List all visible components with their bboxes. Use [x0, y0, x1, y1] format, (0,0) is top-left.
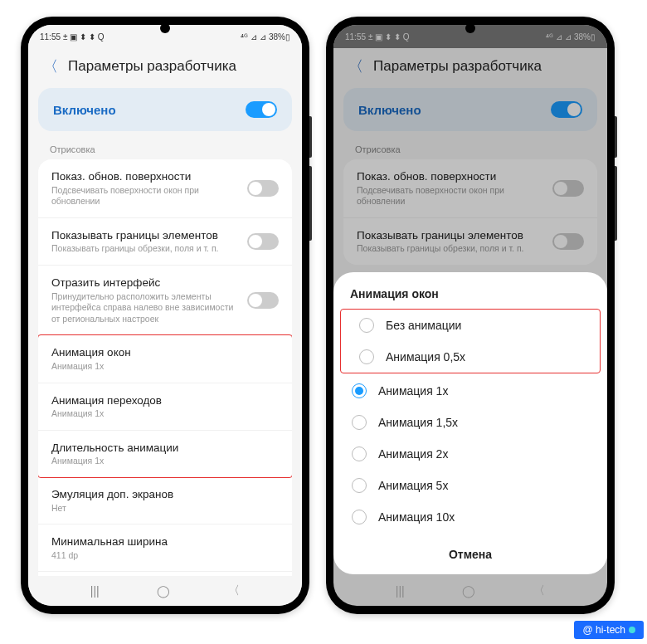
enable-switch [551, 101, 582, 118]
back-icon: 〈 [348, 56, 363, 76]
radio-icon [352, 446, 367, 461]
nav-back-icon[interactable]: 〈 [228, 583, 240, 598]
item-surface-updates[interactable]: Показ. обнов. поверхности Подсвечивать п… [38, 159, 292, 218]
header: 〈 Параметры разработчика [28, 48, 302, 88]
item-sub: Подсвечивать поверхности окон при обновл… [51, 185, 239, 207]
section-rendering-label: Отрисовка [333, 138, 607, 159]
settings-list: Показ. обнов. поверхности Подсвечивать п… [38, 159, 292, 576]
nav-bar: ||| ◯ 〈 [28, 576, 302, 606]
item-sub: Анимация 1x [51, 361, 279, 373]
item-sub: Анимация 1x [51, 408, 279, 420]
item-rtl[interactable]: Отразить интерфейс Принудительно располо… [38, 266, 292, 335]
item-sub: Показывать границы обрезки, поля и т. п. [51, 243, 239, 255]
radio-label: Анимация 2x [378, 447, 448, 461]
dialog-cancel-button[interactable]: Отмена [333, 533, 607, 574]
item-layout-bounds[interactable]: Показывать границы элементов Показывать … [38, 218, 292, 266]
status-signal-icons: ⁴ᴳ ⊿ ⊿ [546, 32, 572, 41]
animation-dialog: Анимация окон Без анимации Анимация 0,5x… [333, 272, 607, 574]
watermark-text: @ hi-tech [582, 624, 625, 636]
toggle-switch[interactable] [247, 233, 279, 250]
status-time: 11:55 [40, 32, 61, 41]
item-title: Эмуляция доп. экранов [51, 487, 279, 502]
enable-switch[interactable] [246, 101, 277, 118]
radio-option-0-5x[interactable]: Анимация 0,5x [341, 341, 600, 373]
item-title: Анимация переходов [51, 393, 279, 408]
phone-side-button [309, 116, 312, 158]
radio-label: Анимация 10x [378, 510, 455, 524]
status-signal-icons: ⁴ᴳ ⊿ ⊿ [241, 32, 266, 41]
highlight-animation-rows: Анимация окон Анимация 1x Анимация перех… [38, 334, 292, 478]
page-title: Параметры разработчика [68, 58, 236, 75]
item-sub: 411 dp [51, 550, 279, 562]
radio-icon [359, 318, 374, 333]
page-title: Параметры разработчика [373, 58, 542, 75]
item-sub: Принудительно расположить элементы интер… [51, 291, 239, 325]
radio-option-1x[interactable]: Анимация 1x [333, 375, 607, 407]
radio-icon [352, 415, 367, 430]
radio-icon-checked [352, 383, 367, 398]
toggle-switch[interactable] [247, 180, 279, 197]
highlight-fast-options: Без анимации Анимация 0,5x [340, 309, 601, 373]
status-battery: 38%▯ [574, 32, 596, 41]
phone-side-button [615, 166, 617, 241]
camera-hole [160, 23, 170, 33]
phone-side-button [309, 166, 312, 241]
watermark-dot-icon [629, 627, 635, 633]
item-anim-duration[interactable]: Длительность анимации Анимация 1x [38, 431, 292, 477]
radio-label: Без анимации [386, 319, 461, 332]
enable-label: Включено [358, 103, 421, 117]
item-min-width[interactable]: Минимальная ширина 411 dp [38, 524, 292, 572]
radio-label: Анимация 0,5x [386, 350, 465, 363]
nav-home-icon[interactable]: ◯ [157, 584, 170, 598]
radio-label: Анимация 1x [378, 384, 448, 398]
section-rendering-label: Отрисовка [28, 138, 302, 159]
item-title: Анимация окон [51, 345, 279, 360]
item-title: Отразить интерфейс [51, 276, 239, 290]
item-anim-window[interactable]: Анимация окон Анимация 1x [38, 335, 292, 383]
radio-label: Анимация 5x [378, 479, 448, 492]
item-layout-bounds: Показывать границы элементов Показывать … [343, 218, 597, 265]
enable-label: Включено [53, 103, 116, 117]
toggle-switch [552, 233, 584, 250]
status-battery: 38%▯ [269, 32, 290, 41]
item-sub: Подсвечивать поверхности окон при обновл… [357, 185, 544, 207]
status-notif-icons: ± ▣ ⬍ ⬍ Q [368, 32, 409, 41]
dialog-title: Анимация окон [333, 287, 607, 305]
item-surface-updates: Показ. обнов. поверхности Подсвечивать п… [343, 159, 597, 218]
back-icon[interactable]: 〈 [43, 56, 58, 76]
item-title: Длительность анимации [51, 441, 279, 456]
radio-icon [359, 349, 374, 364]
toggle-switch[interactable] [247, 292, 279, 309]
status-time: 11:55 [345, 32, 366, 41]
item-sub: Анимация 1x [51, 456, 279, 467]
item-title: Показывать границы элементов [357, 228, 544, 243]
item-secondary-displays[interactable]: Эмуляция доп. экранов Нет [38, 477, 292, 524]
radio-option-1-5x[interactable]: Анимация 1,5x [333, 407, 607, 438]
item-title: Показ. обнов. поверхности [357, 169, 544, 184]
phone-side-button [615, 116, 617, 158]
item-anim-transition[interactable]: Анимация переходов Анимация 1x [38, 383, 292, 431]
nav-recents-icon[interactable]: ||| [90, 584, 100, 598]
camera-hole [465, 23, 475, 33]
radio-icon [352, 510, 367, 524]
enable-toggle-card[interactable]: Включено [38, 88, 292, 131]
item-sub: Показывать границы обрезки, поля и т. п. [357, 243, 544, 255]
radio-option-off[interactable]: Без анимации [341, 310, 600, 341]
radio-option-5x[interactable]: Анимация 5x [333, 470, 607, 501]
status-notif-icons: ± ▣ ⬍ ⬍ Q [63, 32, 104, 41]
item-title: Минимальная ширина [51, 534, 279, 549]
radio-option-2x[interactable]: Анимация 2x [333, 438, 607, 470]
radio-icon [352, 478, 367, 493]
enable-toggle-card: Включено [343, 88, 597, 131]
phone-frame-left: 11:55 ± ▣ ⬍ ⬍ Q ⁴ᴳ ⊿ ⊿ 38%▯ 〈 Параметры … [21, 17, 309, 614]
radio-option-10x[interactable]: Анимация 10x [333, 501, 607, 533]
item-title: Показывать границы элементов [51, 228, 239, 243]
radio-label: Анимация 1,5x [378, 416, 458, 429]
watermark-badge: @ hi-tech [574, 621, 644, 639]
item-title: Показ. обнов. поверхности [51, 169, 239, 184]
toggle-switch [552, 180, 584, 197]
phone-frame-right: 11:55 ± ▣ ⬍ ⬍ Q ⁴ᴳ ⊿ ⊿ 38%▯ 〈 Параметры … [326, 17, 615, 614]
item-sub: Нет [51, 503, 279, 515]
